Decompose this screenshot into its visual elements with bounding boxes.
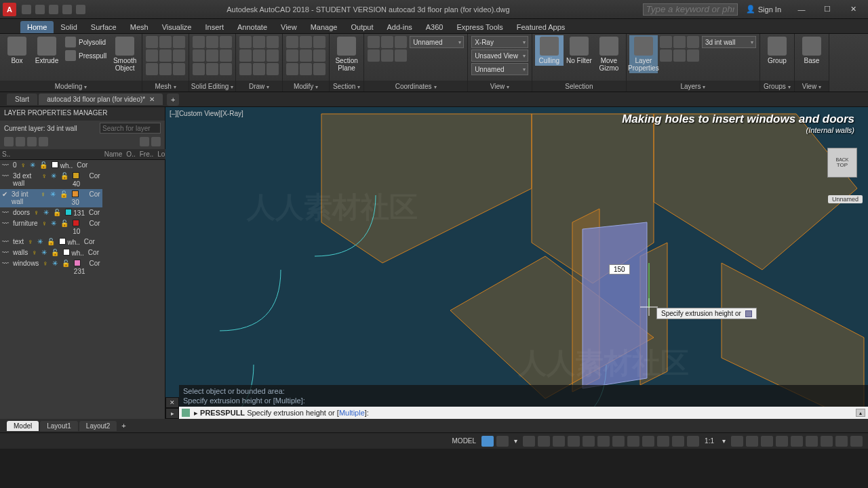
dropdown-unsaved-view[interactable]: Unsaved View (471, 49, 528, 62)
ribbon-tab-output[interactable]: Output (344, 21, 380, 33)
layer-on-icon[interactable]: ♀ (40, 218, 50, 237)
layer-linetype[interactable]: Cor (87, 171, 102, 189)
layer-on-icon[interactable]: ♀ (40, 171, 50, 189)
layer-freeze-icon[interactable]: ✳ (50, 258, 60, 277)
tool-icon[interactable] (300, 36, 312, 48)
viewcube[interactable]: BACK TOP (827, 148, 857, 178)
culling-button[interactable]: Culling (535, 35, 564, 66)
add-layout-button[interactable]: + (118, 420, 129, 431)
layer-row[interactable]: 〰3d ext wall♀✳🔓 40Cor (0, 171, 102, 189)
ribbon-tab-surface[interactable]: Surface (84, 21, 123, 33)
no-filter-button[interactable]: No Filter (565, 35, 593, 66)
status-lwt-icon[interactable] (612, 436, 625, 447)
tool-icon[interactable] (159, 49, 172, 62)
tool-icon[interactable] (253, 63, 265, 75)
tool-icon[interactable] (206, 63, 218, 75)
set-current-icon[interactable] (39, 137, 48, 146)
tool-icon[interactable] (267, 36, 279, 48)
tool-icon[interactable] (673, 49, 686, 62)
panel-expand-icon[interactable] (231, 83, 233, 90)
qat-new-icon[interactable] (22, 5, 31, 14)
status-polar-icon[interactable] (538, 436, 550, 447)
ribbon-tab-manage[interactable]: Manage (304, 21, 344, 33)
tool-icon[interactable] (660, 36, 672, 48)
ribbon-tab-a360[interactable]: A360 (419, 21, 450, 33)
qat-redo-icon[interactable] (76, 5, 85, 14)
tool-icon[interactable] (146, 63, 158, 75)
layer-color[interactable]: 131 (63, 207, 87, 218)
status-otrack-icon[interactable] (583, 436, 595, 447)
viewcube-top[interactable]: TOP (837, 162, 848, 168)
settings-icon[interactable] (151, 137, 161, 146)
panel-expand-icon[interactable] (703, 83, 705, 90)
layer-color[interactable]: 30 (70, 189, 87, 207)
tool-icon[interactable] (313, 49, 326, 62)
layer-col-header[interactable]: Name (102, 149, 125, 160)
tool-icon[interactable] (381, 49, 393, 62)
ribbon-tab-annotate[interactable]: Annotate (231, 21, 274, 33)
layout-tab-layout1[interactable]: Layout1 (40, 421, 78, 431)
layer-color[interactable]: wh.. (57, 237, 82, 247)
layer-freeze-icon[interactable]: ✳ (28, 160, 37, 171)
status-custom-icon[interactable] (850, 436, 863, 447)
layer-color[interactable]: wh.. (50, 160, 75, 171)
tool-icon[interactable] (286, 63, 298, 75)
minimize-button[interactable]: — (789, 3, 814, 16)
panel-expand-icon[interactable] (267, 83, 269, 90)
cmd-handle-icon[interactable]: ▸ (165, 408, 179, 419)
tool-icon[interactable] (300, 49, 312, 62)
status-annoscale-icon[interactable] (687, 436, 699, 447)
panel-expand-icon[interactable] (507, 83, 509, 90)
ribbon-tab-view[interactable]: View (274, 21, 304, 33)
close-icon[interactable]: ✕ (149, 96, 155, 103)
layer-freeze-icon[interactable]: ✳ (48, 189, 58, 207)
layer-linetype[interactable]: Cor (82, 237, 97, 247)
tool-icon[interactable] (220, 36, 232, 48)
tool-icon[interactable] (395, 36, 407, 48)
layer-row[interactable]: 〰doors♀✳🔓 131Cor (0, 207, 102, 218)
layer-on-icon[interactable]: ♀ (39, 189, 48, 207)
panel-expand-icon[interactable] (788, 83, 791, 90)
status-units-icon[interactable] (761, 436, 773, 447)
cmd-expand-icon[interactable]: ▴ (856, 409, 865, 417)
status-isolate-icon[interactable] (806, 436, 818, 447)
layer-row[interactable]: 〰furniture♀✳🔓 10Cor (0, 218, 102, 237)
layer-freeze-icon[interactable]: ✳ (39, 247, 49, 258)
ribbon-tab-insert[interactable]: Insert (198, 21, 231, 33)
dimension-input[interactable]: 150 (609, 264, 630, 274)
new-layer-icon[interactable] (4, 137, 14, 146)
tool-icon[interactable] (267, 63, 279, 75)
panel-expand-icon[interactable] (818, 83, 821, 90)
new-doc-button[interactable]: + (167, 94, 179, 106)
ribbon-tab-solid[interactable]: Solid (54, 21, 83, 33)
status-clean-icon[interactable] (835, 436, 848, 447)
tool-icon[interactable] (368, 36, 380, 48)
layer-color[interactable]: 10 (71, 218, 87, 237)
base-button[interactable]: Base (797, 35, 826, 66)
status-gizmo-icon[interactable] (672, 436, 684, 447)
group-button[interactable]: Group (763, 35, 791, 66)
dropdown-unnamed[interactable]: Unnamed (410, 36, 464, 48)
status-model-label[interactable]: MODEL (450, 437, 479, 445)
tooltip-options-icon[interactable] (745, 310, 752, 317)
layer-search-input[interactable] (100, 123, 161, 134)
status-grid-icon[interactable] (481, 436, 494, 447)
layer-col-header[interactable]: S.. (0, 149, 102, 160)
layer-linetype[interactable]: Cor (87, 207, 102, 218)
app-logo-icon[interactable]: A (3, 3, 16, 16)
extrude-button[interactable]: Extrude (33, 35, 61, 66)
tool-icon[interactable] (313, 36, 326, 48)
tool-icon[interactable] (313, 63, 326, 75)
doc-tab[interactable]: autocad 3d floor plan (for video)*✕ (39, 94, 163, 105)
tool-icon[interactable] (239, 36, 252, 48)
new-layer-vp-icon[interactable] (16, 137, 25, 146)
polysolid-button[interactable]: Polysolid (62, 35, 109, 49)
layout-tab-model[interactable]: Model (7, 421, 39, 431)
layer-row[interactable]: 〰0♀✳🔓 wh..Cor (0, 160, 102, 171)
layer-lock-icon[interactable]: 🔓 (51, 207, 63, 218)
help-search-input[interactable] (643, 3, 738, 16)
refresh-icon[interactable] (140, 137, 149, 146)
status-lock-icon[interactable] (791, 436, 803, 447)
status-transparency-icon[interactable] (627, 436, 639, 447)
status-scale-label[interactable]: 1:1 (702, 437, 717, 445)
